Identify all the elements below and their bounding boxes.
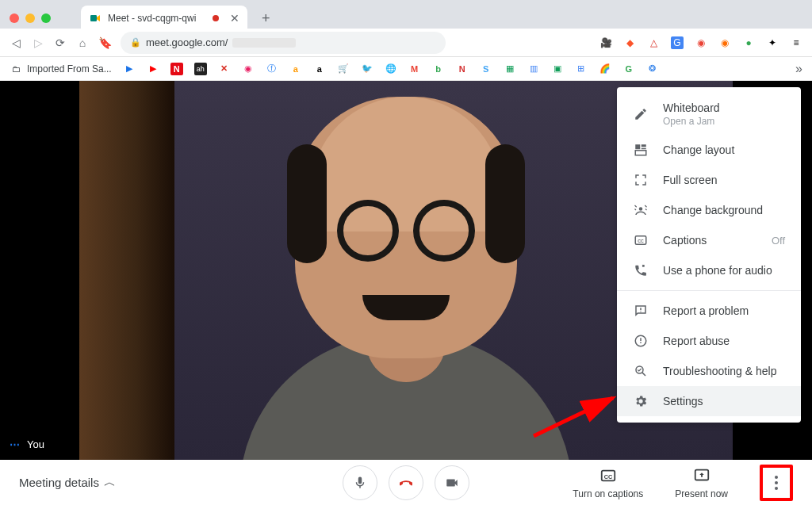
ext-icon-5[interactable]: ◉ [695,36,707,49]
layout-icon [633,143,649,157]
menu-label: Change background [663,204,763,216]
video-person [362,295,450,320]
menu-label: Captions [663,234,707,247]
svg-rect-7 [635,151,646,155]
menu-label: Troubleshooting & help [663,365,776,377]
video-person [287,144,327,263]
bm-icon[interactable]: ▦ [504,63,516,75]
mute-mic-button[interactable] [343,465,377,500]
meet-favicon-icon [89,12,102,25]
bm-icon[interactable]: ah [194,63,207,75]
participant-label[interactable]: ⋯ You [10,438,44,450]
browser-chrome: Meet - svd-cqgm-qwi ✕ + ◁ ▷ ⟳ ⌂ 🔖 🔒 meet… [0,0,812,81]
menu-label: Report abuse [663,335,730,347]
home-button[interactable]: ⌂ [76,36,89,49]
bm-icon[interactable]: ❂ [646,63,659,75]
menu-label: Whiteboard [663,101,720,114]
bm-icon[interactable]: ◉ [242,63,255,75]
tab-title: Meet - svd-cqgm-qwi [108,13,196,24]
bm-icon[interactable]: a [313,63,326,75]
bm-icon[interactable]: 🌈 [599,63,611,75]
menu-report-abuse[interactable]: Report abuse [617,326,801,356]
bookmark-button[interactable]: 🔖 [98,36,111,49]
bm-icon[interactable]: M [408,63,421,75]
right-actions: CC Turn on captions Present now [573,465,793,501]
menu-separator [617,290,801,291]
meeting-details-button[interactable]: Meeting details ︿ [19,475,116,490]
menu-report-problem[interactable]: Report a problem [617,296,801,326]
address-bar[interactable]: 🔒 meet.google.com/ [121,32,446,54]
bm-icon[interactable]: ✕ [218,63,231,75]
video-background [79,81,174,460]
extensions-area: 🎥 ◆ △ G ◉ ◉ ● ✦ ≡ [599,36,802,49]
translate-ext-icon[interactable]: G [671,36,684,49]
bookmark-folder[interactable]: 🗀 Imported From Sa... [10,63,112,75]
minimize-window-button[interactable] [25,13,35,23]
menu-use-phone-audio[interactable]: Use a phone for audio [617,255,801,285]
ext-icon-7[interactable]: ● [742,36,755,49]
bm-icon[interactable]: S [480,63,492,75]
toggle-camera-button[interactable] [435,465,469,500]
bm-icon[interactable]: a [289,63,302,75]
close-tab-button[interactable]: ✕ [230,12,239,25]
troubleshoot-icon [633,364,649,378]
video-person [337,200,475,262]
svg-text:CC: CC [604,472,613,480]
back-button[interactable]: ◁ [10,36,22,49]
bm-icon[interactable]: b [432,63,445,75]
svg-rect-6 [642,148,646,150]
bm-icon[interactable]: ▣ [551,63,564,75]
captions-state: Off [772,235,785,247]
bm-icon[interactable]: N [456,63,469,75]
maximize-window-button[interactable] [41,13,51,23]
browser-menu-button[interactable]: ≡ [790,36,802,49]
bm-icon[interactable]: 🛒 [337,63,350,75]
menu-change-layout[interactable]: Change layout [617,135,801,165]
chevron-up-icon: ︿ [104,475,116,490]
forward-button[interactable]: ▷ [32,36,44,49]
menu-label: Change layout [663,143,734,156]
extensions-puzzle-icon[interactable]: ✦ [766,36,779,49]
bookmarks-overflow-button[interactable]: » [795,62,802,76]
new-tab-button[interactable]: + [262,10,270,27]
bookmark-folder-label: Imported From Sa... [27,63,112,75]
menu-change-background[interactable]: Change background [617,195,801,225]
browser-tab[interactable]: Meet - svd-cqgm-qwi ✕ [81,6,247,31]
video-person [485,144,525,263]
brave-ext-icon[interactable]: ◆ [623,36,636,49]
bm-icon[interactable]: 🌐 [385,63,397,75]
camera-icon [445,476,459,490]
reload-button[interactable]: ⟳ [54,36,67,49]
bm-icon[interactable]: ⊞ [575,63,588,75]
call-bottom-bar: Meeting details ︿ CC Turn on captions Pr… [0,460,812,505]
ext-icon-6[interactable]: ◉ [718,36,731,49]
triangle-ext-icon[interactable]: △ [647,36,660,49]
vertical-dots-icon [775,476,778,490]
feedback-icon [633,304,649,318]
bm-icon[interactable]: N [170,63,183,75]
bm-icon[interactable]: ▶ [147,63,159,75]
menu-captions[interactable]: CC Captions Off [617,225,801,255]
bm-icon[interactable]: G [622,63,635,75]
menu-full-screen[interactable]: Full screen [617,165,801,195]
bm-icon[interactable]: ▥ [527,63,540,75]
menu-whiteboard[interactable]: Whiteboard Open a Jam [617,94,801,135]
turn-on-captions-button[interactable]: CC Turn on captions [573,466,643,499]
you-label: You [27,438,44,450]
menu-sublabel: Open a Jam [663,116,720,127]
more-participant-icon[interactable]: ⋯ [10,438,21,450]
close-window-button[interactable] [10,13,19,23]
menu-troubleshooting[interactable]: Troubleshooting & help [617,356,801,386]
phone-audio-icon [633,263,649,277]
bm-icon[interactable]: 🐦 [361,63,373,75]
camera-ext-icon[interactable]: 🎥 [599,36,612,49]
bm-icon[interactable]: ⓕ [266,63,278,75]
menu-settings[interactable]: Settings [617,386,801,416]
bm-icon[interactable]: ▶ [123,63,136,75]
more-options-button[interactable] [760,465,793,501]
hang-up-button[interactable] [389,465,423,500]
present-now-button[interactable]: Present now [675,466,728,499]
gear-icon [633,394,649,408]
fullscreen-icon [633,173,649,187]
svg-rect-0 [90,15,97,21]
